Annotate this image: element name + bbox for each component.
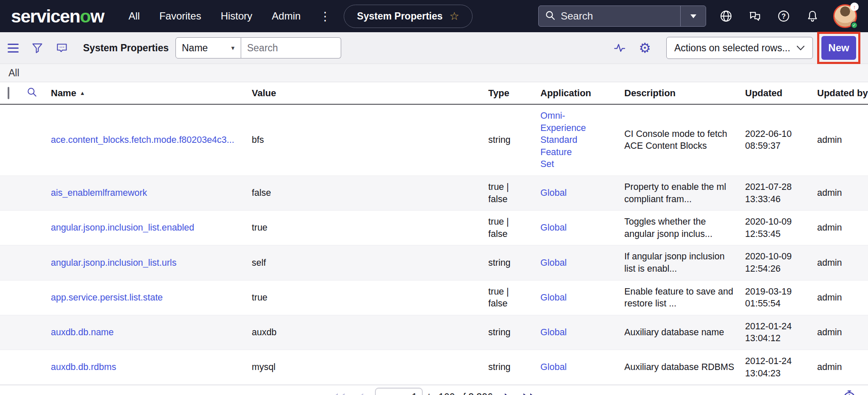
column-header-updated-by[interactable]: Updated by (817, 88, 868, 99)
application-link[interactable]: Global (540, 292, 567, 303)
application-link[interactable]: Global (540, 188, 567, 198)
new-button[interactable]: New (821, 36, 856, 60)
column-header-description[interactable]: Description (624, 88, 745, 99)
column-header-value[interactable]: Value (252, 88, 488, 99)
cell-updated-by: admin (817, 182, 868, 204)
table-row: ace.content_blocks.fetch.mode.f80203e4c3… (0, 105, 868, 176)
comments-icon[interactable] (56, 42, 68, 54)
property-link[interactable]: angular.jsonp.inclusion_list.urls (51, 258, 176, 268)
cell-updated-by: admin (817, 287, 868, 309)
svg-text:?: ? (782, 12, 786, 20)
favorite-star-icon[interactable]: ☆ (449, 10, 459, 23)
tab-system-properties[interactable]: System Properties ☆ (344, 5, 472, 28)
select-all-checkbox[interactable] (8, 87, 9, 99)
list-body: ace.content_blocks.fetch.mode.f80203e4c3… (0, 105, 868, 385)
servicenow-app: servicenow All Favorites History Admin ⋮… (0, 0, 868, 395)
global-search-input[interactable] (561, 10, 680, 22)
property-link[interactable]: ace.content_blocks.fetch.mode.f80203e4c3… (51, 135, 234, 145)
previous-page-button[interactable] (357, 393, 364, 395)
servicenow-logo[interactable]: servicenow (11, 7, 104, 25)
table-row: app.service.persist.list.state true true… (0, 281, 868, 315)
globe-icon[interactable] (720, 10, 732, 22)
logo-text: servicen (11, 6, 80, 26)
property-link[interactable]: ais_enablemlframework (51, 188, 147, 198)
nav-favorites[interactable]: Favorites (159, 10, 201, 22)
nav-all[interactable]: All (128, 10, 140, 22)
cell-description: Enable feature to save and restore list … (624, 281, 745, 315)
list-footer: to 100 of 3,396 (0, 385, 868, 395)
cell-updated: 2022-06-10 08:59:37 (745, 123, 813, 157)
application-link[interactable]: Global (540, 327, 567, 337)
response-time-icon[interactable] (842, 389, 857, 395)
property-link[interactable]: auxdb.db.rdbms (51, 362, 116, 372)
header-icon-cluster: ? (720, 10, 819, 22)
nav-admin[interactable]: Admin (272, 10, 300, 22)
property-link[interactable]: angular.jsonp.inclusion_list.enabled (51, 223, 194, 233)
page-number-input[interactable] (375, 388, 423, 395)
cell-type: true | false (488, 211, 531, 245)
property-link[interactable]: auxdb.db.name (51, 327, 114, 337)
table-row: angular.jsonp.inclusion_list.enabled tru… (0, 211, 868, 245)
cell-description: Auxiliary database RDBMS (624, 356, 745, 378)
table-row: ais_enablemlframework false true | false… (0, 176, 868, 211)
toolbar-right: ⚙ Actions on selected rows... New (613, 32, 860, 64)
gear-icon[interactable]: ⚙ (639, 41, 651, 55)
breadcrumb[interactable]: All (0, 64, 868, 82)
cell-value: false (252, 182, 488, 204)
chevron-down-icon (690, 14, 697, 19)
application-link[interactable]: Global (540, 362, 567, 372)
select-arrow-icon: ▼ (230, 45, 236, 51)
column-header-type[interactable]: Type (488, 88, 540, 99)
application-link[interactable]: Global (540, 258, 567, 268)
application-link[interactable]: Global (540, 223, 567, 233)
cell-description: CI Console mode to fetch ACE Content Blo… (624, 123, 745, 157)
property-link[interactable]: app.service.persist.list.state (51, 292, 163, 303)
cell-updated-by: admin (817, 356, 868, 378)
column-header-updated[interactable]: Updated (745, 88, 817, 99)
cell-value: mysql (252, 356, 488, 378)
help-icon[interactable]: ? (777, 10, 790, 22)
cell-value: self (252, 252, 488, 274)
list-menu-icon[interactable] (8, 44, 19, 53)
main-nav: All Favorites History Admin (128, 10, 300, 22)
column-header-name[interactable]: Name ▲ (51, 88, 252, 99)
list-search-input[interactable] (241, 37, 341, 58)
column-search-icon[interactable] (26, 86, 51, 100)
cell-updated: 2019-03-19 01:55:54 (745, 281, 813, 315)
cell-type: string (488, 252, 531, 274)
cell-updated: 2012-01-24 13:04:12 (745, 315, 813, 350)
search-icon (545, 10, 556, 22)
notifications-bell-icon[interactable] (806, 10, 819, 22)
cell-updated: 2012-01-24 13:04:23 (745, 350, 813, 384)
search-field-select[interactable]: Name ▼ (175, 37, 241, 58)
breadcrumb-all[interactable]: All (8, 67, 19, 79)
next-page-button[interactable] (504, 393, 511, 395)
filter-icon[interactable] (31, 42, 43, 54)
pagination: to 100 of 3,396 (331, 388, 536, 395)
cell-description: Toggles whether the angular jsonp inclus… (624, 211, 745, 245)
cell-updated: 2020-10-09 12:53:45 (745, 211, 813, 245)
cell-description: Auxiliary database name (624, 321, 745, 344)
search-scope-dropdown[interactable] (680, 6, 706, 26)
cell-description: If angular jsonp inclusion list is enabl… (624, 245, 745, 280)
activity-pulse-icon[interactable] (613, 42, 626, 54)
cell-description: Property to enable the ml compliant fram… (624, 176, 745, 210)
logo-text-end: w (90, 6, 104, 26)
first-page-button[interactable] (331, 393, 346, 395)
nav-history[interactable]: History (221, 10, 253, 22)
pagination-range-text: to 100 of 3,396 (428, 392, 492, 395)
cell-type: string (488, 129, 531, 151)
chat-icon[interactable] (748, 10, 761, 22)
last-page-button[interactable] (522, 393, 537, 395)
user-avatar[interactable]: ↑ ✓ (833, 4, 857, 28)
sort-ascending-icon: ▲ (80, 90, 85, 96)
column-header-application[interactable]: Application (540, 88, 624, 99)
presence-available-icon: ✓ (851, 22, 858, 29)
chevron-down-icon (796, 45, 805, 51)
table-row: auxdb.db.rdbms mysql string Global Auxil… (0, 350, 868, 385)
application-link[interactable]: Omni-Experience Standard Feature Set (540, 111, 586, 169)
global-search[interactable] (538, 6, 706, 27)
tab-label: System Properties (357, 11, 442, 22)
actions-dropdown[interactable]: Actions on selected rows... (666, 37, 813, 59)
more-options-icon[interactable]: ⋮ (319, 9, 331, 23)
